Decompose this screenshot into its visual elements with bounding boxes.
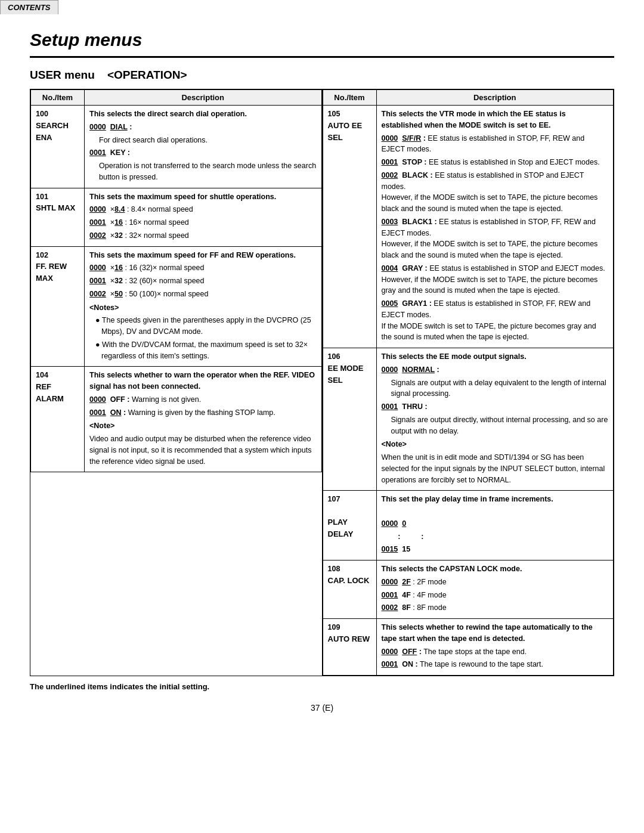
left-panel: No./Item Description 100 SEARCH ENA This… [30,89,323,676]
table-row: 104 REF ALARM This selects whether to wa… [31,367,322,472]
table-row: 101 SHTL MAX This sets the maximum speed… [31,188,322,246]
left-header-row: No./Item Description [31,90,322,106]
item-101-desc: This sets the maximum speed for shuttle … [85,188,322,246]
item-105-desc: This selects the VTR mode in which the E… [376,106,614,348]
page-footer: 37 (E) [30,703,614,713]
table-row: 108 CAP. LOCK This selects the CAPSTAN L… [323,561,614,619]
item-106-num: 106 EE MODE SEL [323,348,376,491]
contents-tab[interactable]: CONTENTS [0,0,58,14]
right-panel: No./Item Description 105 AUTO EE SEL Thi… [322,89,614,676]
item-101-num: 101 SHTL MAX [31,188,85,246]
section-title: USER menu [30,69,95,81]
table-row: 105 AUTO EE SEL This selects the VTR mod… [323,106,614,348]
section-heading: USER menu <OPERATION> [30,69,614,82]
contents-label: CONTENTS [8,3,51,12]
item-108-desc: This selects the CAPSTAN LOCK mode. 0000… [376,561,614,619]
item-105-num: 105 AUTO EE SEL [323,106,376,348]
table-row: 100 SEARCH ENA This selects the direct s… [31,106,322,188]
table-row: 102 FF. REW MAX This sets the maximum sp… [31,246,322,367]
item-106-desc: This selects the EE mode output signals.… [376,348,614,491]
item-102-num: 102 FF. REW MAX [31,246,85,367]
item-108-num: 108 CAP. LOCK [323,561,376,619]
title-divider [30,56,614,58]
item-109-num: 109 AUTO REW [323,619,376,676]
page-title: Setup menus [30,30,614,50]
table-row: 106 EE MODE SEL This selects the EE mode… [323,348,614,491]
right-inner-table: No./Item Description 105 AUTO EE SEL Thi… [323,89,614,676]
table-row: 107 PLAY DELAY This set the play delay t… [323,491,614,561]
item-100-desc: This selects the direct search dial oper… [85,106,322,188]
section-subtitle: <OPERATION> [107,69,187,81]
right-col-no-header: No./Item [323,90,376,106]
main-content-table: No./Item Description 100 SEARCH ENA This… [30,89,614,676]
item-109-desc: This selects whether to rewind the tape … [376,619,614,676]
item-107-num: 107 PLAY DELAY [323,491,376,561]
right-header-row: No./Item Description [323,90,614,106]
table-row: 109 AUTO REW This selects whether to rew… [323,619,614,676]
item-104-num: 104 REF ALARM [31,367,85,472]
item-102-desc: This sets the maximum speed for FF and R… [85,246,322,367]
left-inner-table: No./Item Description 100 SEARCH ENA This… [30,89,322,472]
item-104-desc: This selects whether to warn the operato… [85,367,322,472]
left-col-desc-header: Description [85,90,322,106]
page-number: 37 (E) [311,703,333,713]
item-100-num: 100 SEARCH ENA [31,106,85,188]
left-col-no-header: No./Item [31,90,85,106]
footer-note: The underlined items indicates the initi… [30,682,614,691]
item-107-desc: This set the play delay time in frame in… [376,491,614,561]
right-col-desc-header: Description [376,90,614,106]
